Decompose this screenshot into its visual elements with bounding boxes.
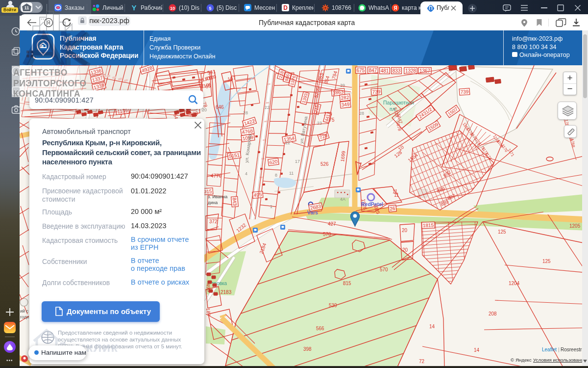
- svg-text:1328: 1328: [405, 68, 416, 74]
- svg-text:14: 14: [429, 324, 435, 329]
- svg-text:з. Иванна: з. Иванна: [208, 194, 227, 199]
- svg-text:570: 570: [380, 267, 388, 272]
- svg-text:Leaflet: Leaflet: [542, 347, 557, 352]
- svg-text:10: 10: [170, 6, 175, 11]
- svg-text:8: 8: [275, 173, 277, 178]
- svg-text:22: 22: [285, 140, 290, 145]
- svg-text:23: 23: [317, 121, 322, 126]
- svg-text:125: 125: [498, 229, 506, 235]
- svg-text:Vars: Vars: [307, 210, 318, 215]
- svg-text:Условия использования: Условия использования: [533, 357, 582, 363]
- svg-text:125: 125: [542, 259, 551, 264]
- svg-text:39: 39: [340, 83, 345, 88]
- svg-text:28: 28: [243, 110, 248, 115]
- svg-text:20: 20: [202, 107, 207, 112]
- svg-text:349: 349: [341, 102, 350, 108]
- svg-text:14: 14: [474, 347, 480, 353]
- svg-text:26: 26: [390, 206, 396, 211]
- svg-text:дина: дина: [208, 200, 218, 205]
- svg-text:11: 11: [289, 171, 294, 176]
- svg-text:4А: 4А: [340, 197, 345, 202]
- svg-text:843: 843: [232, 197, 238, 206]
- svg-text:566: 566: [316, 326, 324, 331]
- svg-text:620: 620: [269, 158, 278, 165]
- svg-text:833: 833: [392, 68, 401, 74]
- svg-text:17: 17: [295, 159, 300, 164]
- svg-text:Я: Я: [393, 5, 397, 11]
- svg-text:20: 20: [402, 247, 408, 253]
- svg-text:739: 739: [460, 89, 469, 95]
- svg-text:1205: 1205: [569, 223, 581, 229]
- svg-text:530: 530: [329, 303, 337, 308]
- svg-text:© Яндекс: © Яндекс: [511, 357, 532, 363]
- svg-text:ий с: ий с: [20, 309, 29, 314]
- svg-text:72: 72: [419, 359, 425, 364]
- svg-text:Rosreestr: Rosreestr: [561, 347, 582, 352]
- svg-text:739: 739: [372, 89, 381, 95]
- svg-text:4: 4: [245, 171, 247, 176]
- svg-text:847: 847: [369, 68, 377, 73]
- svg-text:28: 28: [359, 111, 364, 116]
- svg-text:526: 526: [320, 161, 329, 167]
- svg-text:20: 20: [402, 228, 408, 233]
- svg-text:пл.: пл.: [390, 106, 397, 112]
- svg-text:2183: 2183: [220, 289, 232, 295]
- svg-text:1204: 1204: [509, 281, 520, 286]
- svg-text:208: 208: [489, 311, 497, 316]
- svg-text:372: 372: [209, 219, 218, 224]
- svg-text:570: 570: [323, 232, 331, 237]
- svg-text:398: 398: [303, 346, 312, 352]
- svg-text:Y: Y: [131, 4, 136, 12]
- svg-text:646: 646: [216, 105, 224, 110]
- svg-text:RedPetel: RedPetel: [361, 201, 383, 207]
- svg-text:1: 1: [270, 204, 272, 209]
- svg-text:495: 495: [253, 192, 262, 198]
- svg-text:282: 282: [341, 95, 349, 101]
- svg-text:675: 675: [357, 68, 365, 73]
- svg-text:D: D: [283, 4, 288, 11]
- svg-text:5: 5: [209, 6, 211, 11]
- svg-text:915: 915: [203, 188, 212, 194]
- svg-text:|: |: [558, 347, 560, 352]
- svg-text:481: 481: [381, 68, 389, 74]
- svg-text:1815: 1815: [423, 222, 434, 228]
- svg-text:22: 22: [265, 105, 270, 110]
- svg-text:815: 815: [343, 281, 351, 286]
